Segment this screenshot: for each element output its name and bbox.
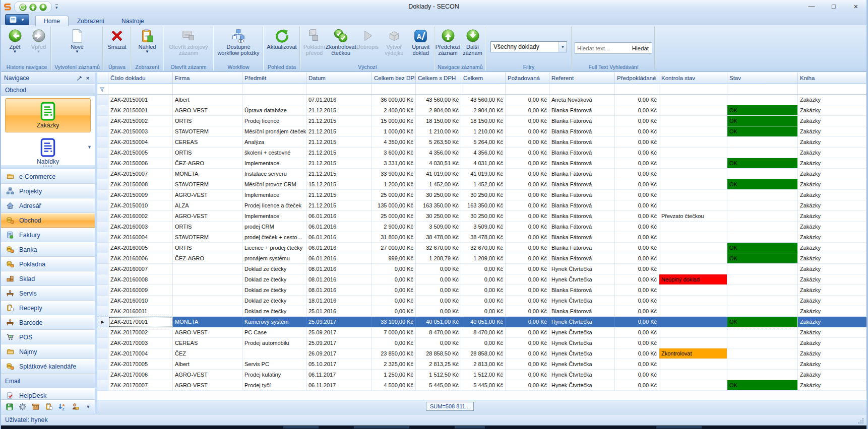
cell-firma[interactable]: ORTIS [173, 243, 242, 253]
cell-bez_dph[interactable]: 1 200,00 Kč [372, 179, 416, 190]
cell-firma[interactable] [173, 296, 242, 306]
cell-s_dph[interactable]: 41 019,00 Kč [416, 169, 461, 179]
table-row[interactable]: ZAK-20160002AGRO-VESTImplementace06.01.2… [97, 211, 866, 222]
cell-bez_dph[interactable]: 33 900,00 Kč [372, 169, 416, 179]
cell-predmet[interactable]: Doklad ze čtečky [242, 264, 306, 274]
dalsi-zaznam-button[interactable]: Další záznam [460, 27, 485, 57]
cell-firma[interactable]: Albert [173, 95, 242, 105]
filter-cell-referent[interactable] [549, 84, 615, 95]
cell-stav[interactable]: OK [727, 116, 798, 126]
cell-datum[interactable]: 21.12.2015 [306, 158, 372, 169]
cell-predpokladane[interactable]: 0,00 Kč [615, 317, 659, 327]
cell-firma[interactable] [173, 306, 242, 317]
cell-datum[interactable]: 25.09.2017 [306, 327, 372, 338]
cell-kniha[interactable]: Zakázky [798, 370, 866, 380]
column-header-pozadovana[interactable]: Požadovaná [506, 73, 549, 84]
cell-firma[interactable]: CEREAS [173, 338, 242, 348]
cell-s_dph[interactable]: 18 150,00 Kč [416, 116, 461, 126]
cell-celkem[interactable]: 43 560,00 Kč [461, 95, 506, 105]
table-row[interactable]: ZAK-20170002AGRO-VESTPC Case25.09.20177 … [97, 327, 866, 338]
filter-cell-pozadovana[interactable] [506, 84, 549, 95]
cell-doc[interactable]: ZAK-20150005 [108, 148, 173, 158]
sidebar-item-recepty[interactable]: Recepty [1, 301, 95, 315]
table-row[interactable]: ZAK-20170003CEREASProdej automobilu25.09… [97, 338, 866, 348]
cell-predmet[interactable]: Prodej licence a čteček [242, 200, 306, 211]
cell-datum[interactable]: 21.12.2015 [306, 190, 372, 200]
cell-referent[interactable]: Blanka Fátorová [549, 285, 615, 296]
sidebar-item-banka[interactable]: Banka [1, 242, 95, 257]
sidebar-item-pos[interactable]: $POS [1, 330, 95, 344]
cell-referent[interactable]: Blanka Fátorová [549, 105, 615, 116]
cell-predmet[interactable]: Analýza [242, 137, 306, 148]
cell-celkem[interactable]: 0,00 Kč [461, 338, 506, 348]
column-header-firma[interactable]: Firma [173, 73, 242, 84]
column-header-celkem-s-dph[interactable]: Celkem s DPH [416, 73, 461, 84]
cell-kontrola[interactable] [659, 306, 727, 317]
table-row[interactable]: ZAK-20150009AGRO-VESTImplementace21.12.2… [97, 190, 866, 200]
cell-doc[interactable]: ZAK-20170005 [108, 359, 173, 370]
cell-s_dph[interactable]: 1 210,00 Kč [416, 126, 461, 137]
cell-firma[interactable]: ČEZ-AGRO [173, 253, 242, 264]
cell-firma[interactable]: ORTIS [173, 148, 242, 158]
chevron-down-icon[interactable]: ▼ [86, 404, 91, 409]
filter-cell-predmet[interactable] [242, 84, 306, 95]
cell-predpokladane[interactable]: 0,00 Kč [615, 158, 659, 169]
cell-kontrola[interactable] [659, 359, 727, 370]
cell-celkem[interactable]: 30 250,00 Kč [461, 190, 506, 200]
cell-predpokladane[interactable]: 0,00 Kč [615, 95, 659, 105]
cell-kniha[interactable]: Zakázky [798, 179, 866, 190]
cell-s_dph[interactable]: 3 509,00 Kč [416, 222, 461, 232]
column-header-kontrola-stav[interactable]: Kontrola stav [659, 73, 727, 84]
cell-stav[interactable]: OK [727, 380, 798, 391]
table-row[interactable]: ZAK-20150004CEREASAnalýza21.12.20154 350… [97, 137, 866, 148]
sidebar-item-najmy[interactable]: Nájmy [1, 344, 95, 359]
archive-icon[interactable] [32, 403, 40, 411]
cell-s_dph[interactable]: 163 350,00 Kč [416, 200, 461, 211]
cell-predpokladane[interactable]: 0,00 Kč [615, 296, 659, 306]
cell-kontrola[interactable] [659, 179, 727, 190]
fulltext-search-input[interactable] [575, 45, 629, 51]
cell-predpokladane[interactable]: 0,00 Kč [615, 179, 659, 190]
cell-referent[interactable]: Blanka Fátorová [549, 190, 615, 200]
cell-stav[interactable] [727, 306, 798, 317]
cell-doc[interactable]: ZAK-20160005 [108, 243, 173, 253]
cell-s_dph[interactable]: 40 051,00 Kč [416, 317, 461, 327]
column-header-kniha[interactable]: Kniha [798, 73, 866, 84]
cell-datum[interactable]: 21.12.2015 [306, 169, 372, 179]
cell-bez_dph[interactable]: 2 400,00 Kč [372, 105, 416, 116]
cell-bez_dph[interactable]: 4 350,00 Kč [372, 137, 416, 148]
cell-kniha[interactable]: Zakázky [798, 274, 866, 285]
filter-cell-cislo-dokladu[interactable] [108, 84, 173, 95]
cell-stav[interactable]: OK [727, 253, 798, 264]
cell-stav[interactable]: OK [727, 105, 798, 116]
cell-predpokladane[interactable]: 0,00 Kč [615, 274, 659, 285]
cell-stav[interactable] [727, 338, 798, 348]
cell-datum[interactable]: 06.11.2017 [306, 370, 372, 380]
cell-datum[interactable]: 06.01.2016 [306, 222, 372, 232]
cell-firma[interactable]: AGRO-VEST [173, 370, 242, 380]
document-filter-combobox[interactable]: Všechny doklady▼ [490, 41, 567, 52]
cell-bez_dph[interactable]: 2 325,00 Kč [372, 359, 416, 370]
cell-s_dph[interactable]: 0,00 Kč [416, 264, 461, 274]
cell-stav[interactable]: OK [727, 179, 798, 190]
cell-kontrola[interactable]: Převzato čtečkou [659, 211, 727, 222]
cell-firma[interactable] [173, 264, 242, 274]
cell-bez_dph[interactable]: 0,00 Kč [372, 274, 416, 285]
cell-stav[interactable] [727, 359, 798, 370]
cell-kniha[interactable]: Zakázky [798, 200, 866, 211]
sidebar-item-faktury[interactable]: Faktury [1, 228, 95, 242]
table-row[interactable]: ZAK-20160011Doklad ze čtečky25.01.20160,… [97, 306, 866, 317]
cell-kontrola[interactable] [659, 137, 727, 148]
cell-datum[interactable]: 21.12.2015 [306, 126, 372, 137]
cell-doc[interactable]: ZAK-20150002 [108, 116, 173, 126]
zpet-button[interactable]: Zpět▼ [3, 27, 27, 54]
cell-doc[interactable]: ZAK-20160004 [108, 232, 173, 243]
table-row[interactable]: ZAK-20150007MONETAInstalace serveru21.12… [97, 169, 866, 179]
cell-kniha[interactable]: Zakázky [798, 285, 866, 296]
cell-kniha[interactable]: Zakázky [798, 253, 866, 264]
cell-celkem[interactable]: 30 250,00 Kč [461, 211, 506, 222]
cell-pozadovana[interactable]: 0,00 Kč [506, 232, 549, 243]
cell-predmet[interactable]: Doklad ze čtečky [242, 306, 306, 317]
cell-bez_dph[interactable]: 33 100,00 Kč [372, 317, 416, 327]
cell-firma[interactable]: MONETA [173, 317, 242, 327]
